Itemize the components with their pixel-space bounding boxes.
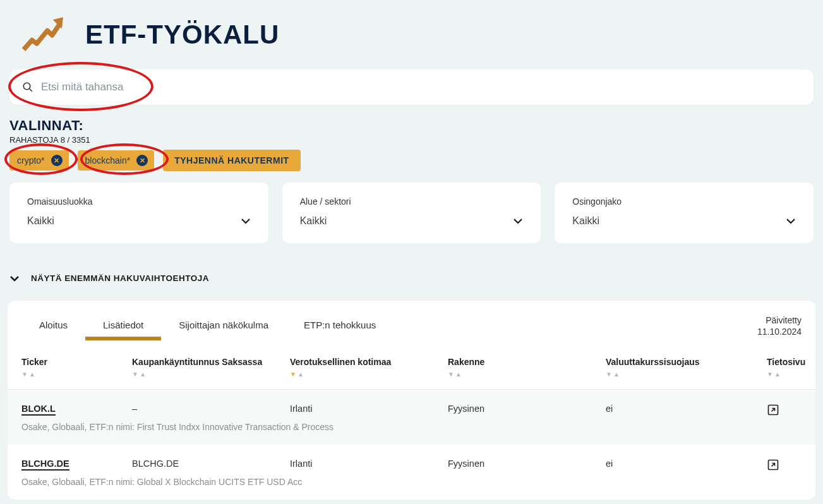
filter-label: Alue / sektori (300, 196, 524, 207)
cell-hedge: ei (606, 404, 767, 414)
expand-label: NÄYTÄ ENEMMÄN HAKUVAIHTOEHTOJA (31, 273, 209, 283)
tab-lisatiedot[interactable]: Lisätiedot (85, 312, 161, 339)
updated-info: Päivitetty 11.10.2024 (757, 312, 802, 337)
updated-date: 11.10.2024 (757, 326, 802, 337)
sort-arrows[interactable]: ▼▲ (21, 371, 132, 378)
sort-arrows[interactable]: ▼▲ (448, 371, 606, 378)
cell-germany: BLCHG.DE (132, 459, 290, 469)
col-ticker[interactable]: Ticker ▼▲ (21, 357, 132, 378)
col-domicile[interactable]: Verotuksellinen kotimaa ▼▲ (290, 357, 448, 378)
chevron-down-icon (786, 218, 796, 224)
expand-more-filters[interactable]: NÄYTÄ ENEMMÄN HAKUVAIHTOEHTOJA (6, 262, 817, 301)
col-hedge[interactable]: Valuuttakurssisuojaus ▼▲ (606, 357, 767, 378)
filter-chip: crypto* ✕ (9, 150, 69, 171)
search-icon (22, 81, 33, 93)
filter-select[interactable]: Kaikki (27, 215, 251, 227)
cell-hedge: ei (606, 459, 767, 469)
chevron-down-icon (241, 218, 251, 224)
cell-domicile: Irlanti (290, 459, 448, 469)
sort-arrows[interactable]: ▼▲ (290, 371, 448, 378)
col-structure[interactable]: Rakenne ▼▲ (448, 357, 606, 378)
growth-arrow-icon (19, 13, 66, 57)
col-detail-page[interactable]: Tietosivu ▼▲ (767, 357, 815, 378)
remove-chip-button[interactable]: ✕ (136, 155, 148, 166)
svg-line-1 (29, 88, 32, 92)
open-external-icon[interactable] (767, 459, 779, 471)
selections-heading: VALINNAT: (9, 117, 814, 134)
row-description: Osake, Globaali, ETF:n nimi: First Trust… (21, 422, 815, 440)
filter-label: Osingonjako (572, 196, 796, 207)
updated-label: Päivitetty (757, 315, 802, 326)
filter-dividend: Osingonjako Kaikki (555, 183, 814, 243)
search-bar[interactable] (9, 69, 814, 105)
filter-select[interactable]: Kaikki (300, 215, 524, 227)
filter-select[interactable]: Kaikki (572, 215, 796, 227)
filter-chip-label: crypto* (17, 155, 45, 165)
remove-chip-button[interactable]: ✕ (51, 155, 63, 166)
chevron-down-icon (513, 218, 523, 224)
clear-filters-button[interactable]: TYHJENNÄ HAKUTERMIT (163, 150, 300, 171)
filter-value: Kaikki (27, 215, 54, 227)
ticker-link[interactable]: BLCHG.DE (21, 459, 69, 471)
page-title: ETF-TYÖKALU (85, 20, 279, 50)
results-panel: Aloitus Lisätiedot Sijoittajan näkökulma… (8, 301, 815, 500)
sort-arrows[interactable]: ▼▲ (132, 371, 290, 378)
chevron-down-icon (9, 275, 20, 282)
table-row: BLCHG.DE BLCHG.DE Irlanti Fyysinen ei Os… (8, 445, 815, 500)
tab-aloitus[interactable]: Aloitus (21, 312, 85, 339)
filter-asset-class: Omaisuusluokka Kaikki (9, 183, 268, 243)
cell-germany: – (132, 404, 290, 414)
col-germany-ticker[interactable]: Kaupankäyntitunnus Saksassa ▼▲ (132, 357, 290, 378)
table-header: Ticker ▼▲ Kaupankäyntitunnus Saksassa ▼▲… (8, 339, 815, 390)
sort-arrows[interactable]: ▼▲ (606, 371, 767, 378)
table-row: BLOK.L – Irlanti Fyysinen ei Osake, Glob… (8, 390, 815, 445)
filter-chip: blockchain* ✕ (78, 150, 155, 171)
filter-label: Omaisuusluokka (27, 196, 251, 207)
filter-value: Kaikki (572, 215, 599, 227)
cell-structure: Fyysinen (448, 459, 606, 469)
tab-etp-tehokkuus[interactable]: ETP:n tehokkuus (286, 312, 393, 339)
cell-domicile: Irlanti (290, 404, 448, 414)
svg-point-0 (23, 83, 30, 90)
header: ETF-TYÖKALU (6, 6, 817, 63)
filter-value: Kaikki (300, 215, 327, 227)
search-input[interactable] (41, 81, 801, 93)
logo (19, 13, 66, 57)
cell-structure: Fyysinen (448, 404, 606, 414)
filter-chip-label: blockchain* (85, 155, 131, 165)
row-description: Osake, Globaali, ETF:n nimi: Global X Bl… (21, 477, 815, 495)
open-external-icon[interactable] (767, 404, 779, 416)
sort-arrows[interactable]: ▼▲ (767, 371, 815, 378)
tab-sijoittajan-nakokulma[interactable]: Sijoittajan näkökulma (161, 312, 286, 339)
ticker-link[interactable]: BLOK.L (21, 404, 56, 416)
filter-region-sector: Alue / sektori Kaikki (282, 183, 541, 243)
selections-count: RAHASTOJA 8 / 3351 (9, 135, 814, 145)
